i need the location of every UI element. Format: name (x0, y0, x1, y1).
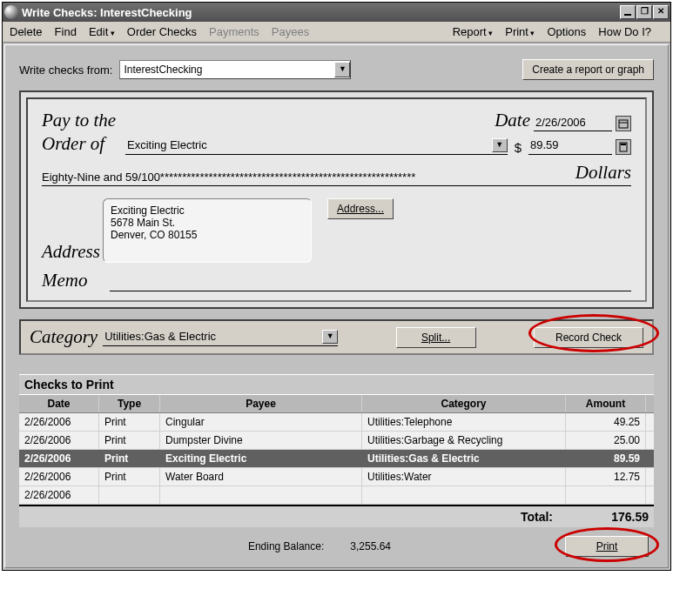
cell-date: 2/26/2006 (19, 413, 99, 431)
col-date[interactable]: Date (19, 395, 99, 412)
col-payee[interactable]: Payee (160, 395, 362, 412)
payee-input[interactable] (125, 137, 492, 152)
cell-date: 2/26/2006 (19, 486, 99, 504)
amount-input[interactable] (528, 137, 673, 152)
col-type[interactable]: Type (99, 395, 160, 412)
menu-find[interactable]: Find (55, 25, 77, 38)
menu-order-checks[interactable]: Order Checks (127, 25, 197, 38)
cell-category (362, 486, 566, 504)
account-drop-icon[interactable]: ▼ (334, 62, 350, 77)
svg-rect-3 (621, 144, 626, 145)
category-drop-icon[interactable]: ▼ (322, 330, 338, 344)
account-input[interactable] (120, 62, 334, 77)
address-label: Address (42, 241, 103, 263)
address-box[interactable]: Exciting Electric 5678 Main St. Denver, … (103, 198, 312, 263)
table-row[interactable]: 2/26/2006PrintDumpster DivineUtilities:G… (19, 432, 654, 450)
footer-row: Ending Balance: 3,255.64 Print (19, 527, 654, 559)
amount-words: Eighty-Nine and 59/100******************… (42, 171, 570, 184)
address-button[interactable]: Address... (327, 198, 394, 219)
grid-header: Date Type Payee Category Amount (19, 394, 654, 413)
total-value: 176.59 (579, 510, 649, 524)
menu-howdoi[interactable]: How Do I? (598, 25, 651, 38)
payto-label-2: Order of (42, 133, 120, 155)
account-combo[interactable]: ▼ (119, 60, 351, 79)
title-bar: Write Checks: InterestChecking ❐ ✕ (3, 3, 670, 22)
cell-category: Utilities:Garbage & Recycling (362, 432, 566, 449)
account-row: Write checks from: ▼ Create a report or … (19, 59, 654, 80)
menu-bar: Delete Find Edit Order Checks Payments P… (3, 22, 670, 43)
payee-drop-icon[interactable]: ▼ (492, 138, 508, 152)
cell-type (99, 486, 160, 504)
cell-payee: Cingular (160, 413, 362, 431)
cell-amount: 25.00 (566, 432, 646, 449)
memo-label: Memo (42, 270, 103, 291)
menu-delete[interactable]: Delete (10, 25, 43, 38)
cell-amount: 49.25 (566, 413, 646, 431)
date-label: Date (495, 110, 530, 131)
memo-input[interactable] (110, 278, 631, 291)
col-amount[interactable]: Amount (566, 395, 646, 412)
check-panel: Pay to the Date Order of ▼ (19, 90, 654, 309)
cell-payee: Water Board (160, 468, 362, 485)
table-row[interactable]: 2/26/2006PrintCingularUtilities:Telephon… (19, 413, 654, 432)
calendar-icon[interactable] (616, 116, 631, 131)
cell-amount: 12.75 (566, 468, 646, 485)
checks-to-print-section: Checks to Print Date Type Payee Category… (19, 374, 654, 559)
cell-type: Print (99, 432, 160, 449)
app-icon (4, 5, 18, 19)
cell-type: Print (99, 450, 160, 467)
cell-type: Print (99, 468, 160, 485)
split-button[interactable]: Split... (396, 327, 476, 348)
write-checks-from-label: Write checks from: (19, 64, 112, 77)
print-button[interactable]: Print (565, 536, 649, 557)
ending-balance-label: Ending Balance: (248, 540, 324, 552)
dollars-label: Dollars (575, 162, 631, 184)
totals-row: Total: 176.59 (19, 505, 654, 527)
category-bar: Category ▼ Split... Record Check (19, 319, 654, 355)
menu-report[interactable]: Report (453, 25, 494, 38)
table-row[interactable]: 2/26/2006PrintWater BoardUtilities:Water… (19, 468, 654, 486)
date-input[interactable] (534, 115, 612, 130)
maximize-button[interactable]: ❐ (636, 5, 652, 19)
menu-print[interactable]: Print (505, 25, 535, 38)
svg-rect-0 (619, 120, 628, 128)
cell-payee: Exciting Electric (160, 450, 362, 467)
cell-date: 2/26/2006 (19, 468, 99, 485)
grid-body: 2/26/2006PrintCingularUtilities:Telephon… (19, 413, 654, 505)
menu-payees: Payees (272, 25, 309, 38)
calculator-icon[interactable] (616, 139, 631, 155)
cell-category: Utilities:Telephone (362, 413, 566, 431)
checks-to-print-title: Checks to Print (19, 374, 654, 394)
payto-label-1: Pay to the (42, 110, 120, 131)
cell-amount: 89.59 (566, 450, 646, 467)
menu-edit[interactable]: Edit (89, 25, 115, 38)
minimize-button[interactable] (620, 5, 636, 19)
cell-date: 2/26/2006 (19, 432, 99, 449)
table-row[interactable]: 2/26/2006PrintExciting ElectricUtilities… (19, 450, 654, 468)
category-label: Category (30, 326, 98, 348)
menu-payments: Payments (209, 25, 259, 38)
category-input[interactable] (103, 329, 322, 344)
table-row[interactable]: 2/26/2006 (19, 486, 654, 505)
total-label: Total: (521, 510, 553, 524)
check-face: Pay to the Date Order of ▼ (26, 97, 647, 302)
window-title: Write Checks: InterestChecking (22, 6, 192, 19)
close-button[interactable]: ✕ (653, 5, 669, 19)
cell-category: Utilities:Gas & Electric (362, 450, 566, 467)
create-report-button[interactable]: Create a report or graph (522, 59, 654, 80)
ending-balance-value: 3,255.64 (350, 540, 391, 552)
cell-date: 2/26/2006 (19, 450, 99, 467)
record-check-button[interactable]: Record Check (534, 327, 643, 348)
cell-type: Print (99, 413, 160, 431)
currency-symbol: $ (515, 140, 522, 155)
cell-payee (160, 486, 362, 504)
window-frame: Write Checks: InterestChecking ❐ ✕ Delet… (2, 2, 671, 571)
cell-payee: Dumpster Divine (160, 432, 362, 449)
menu-options[interactable]: Options (547, 25, 586, 38)
cell-amount (566, 486, 646, 504)
cell-category: Utilities:Water (362, 468, 566, 485)
col-category[interactable]: Category (362, 395, 566, 412)
client-area: Write checks from: ▼ Create a report or … (4, 44, 669, 568)
